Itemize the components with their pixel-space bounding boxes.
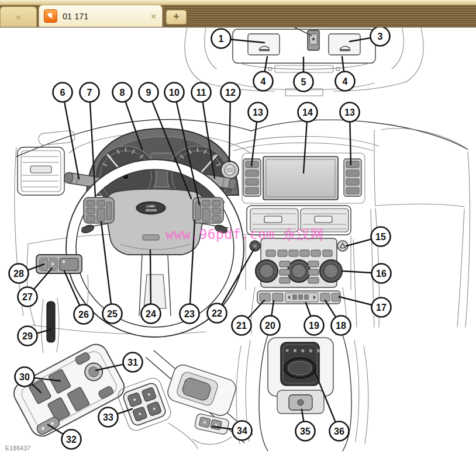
svg-text:3: 3 — [378, 32, 383, 41]
svg-text:8: 8 — [120, 88, 125, 98]
svg-text:13: 13 — [253, 107, 263, 117]
vent-handle — [30, 166, 51, 173]
sunroof-switch-right — [329, 34, 360, 55]
svg-text:9: 9 — [146, 88, 151, 98]
headlamp-switch — [60, 258, 78, 270]
svg-text:18: 18 — [336, 321, 346, 331]
svg-text:35: 35 — [300, 426, 311, 436]
airbag-label-plate — [143, 235, 159, 240]
svg-text:10: 10 — [169, 88, 180, 98]
svg-text:11: 11 — [196, 88, 206, 98]
temperature-knob-right — [320, 260, 342, 282]
svg-text:16: 16 — [376, 269, 387, 279]
svg-text:1: 1 — [219, 34, 224, 44]
climate-control-panel — [250, 238, 348, 287]
svg-text:15: 15 — [375, 232, 386, 242]
gradient-release-button — [332, 293, 339, 301]
svg-text:17: 17 — [376, 303, 387, 313]
svg-text:6: 6 — [60, 88, 65, 98]
svg-text:32: 32 — [66, 435, 77, 445]
svg-text:7: 7 — [87, 88, 92, 98]
engine-start-button — [221, 161, 239, 179]
airbag-pad — [105, 189, 205, 255]
svg-text:21: 21 — [236, 321, 247, 331]
steering-controls-left — [84, 197, 114, 223]
watermark-text: www.96pdf.com 永汉网 — [165, 225, 324, 244]
tab-title: 01 171 — [63, 12, 151, 21]
svg-text:25: 25 — [107, 309, 118, 319]
svg-text:12: 12 — [225, 88, 236, 98]
tab-inactive[interactable]: × — [0, 6, 37, 27]
svg-text:33: 33 — [103, 412, 113, 422]
gear-position-labels: P R N D S — [286, 349, 322, 353]
svg-text:29: 29 — [22, 331, 33, 341]
svg-text:36: 36 — [334, 426, 344, 436]
svg-text:13: 13 — [344, 107, 355, 117]
svg-text:26: 26 — [78, 310, 89, 320]
fan-knob-center — [288, 260, 310, 282]
logo-line1: LAND- — [146, 204, 156, 208]
browser-tab-bar: × 01 171 × + — [0, 0, 476, 27]
svg-text:27: 27 — [22, 292, 33, 302]
pdf-reader-icon — [44, 9, 57, 23]
sunroof-switch-left — [248, 34, 280, 55]
tab-active[interactable]: 01 171 × — [39, 5, 163, 27]
svg-text:5: 5 — [301, 77, 306, 87]
svg-text:30: 30 — [19, 372, 30, 382]
svg-text:19: 19 — [309, 321, 319, 331]
vent-handle — [315, 216, 332, 223]
figure-code: E186437 — [5, 445, 31, 452]
vent-handle — [264, 216, 282, 223]
svg-text:24: 24 — [146, 309, 156, 319]
logo-line2: -ROVER — [145, 209, 157, 212]
svg-text:20: 20 — [265, 321, 275, 331]
svg-text:4: 4 — [343, 77, 348, 86]
svg-text:31: 31 — [127, 358, 138, 367]
new-tab-button[interactable]: + — [166, 10, 187, 25]
temperature-knob-left — [256, 260, 278, 282]
touchscreen — [263, 157, 338, 200]
park-assist-button — [273, 293, 283, 301]
tab-close-icon[interactable]: × — [16, 13, 21, 22]
svg-text:4: 4 — [261, 77, 266, 86]
svg-text:22: 22 — [212, 308, 222, 318]
steering-controls-right — [193, 197, 223, 223]
svg-text:28: 28 — [13, 269, 24, 279]
svg-text:23: 23 — [184, 309, 195, 319]
svg-text:34: 34 — [237, 426, 247, 436]
tab-close-icon[interactable]: × — [151, 12, 156, 20]
svg-text:14: 14 — [302, 107, 313, 117]
screen-buttons-right — [344, 159, 361, 196]
